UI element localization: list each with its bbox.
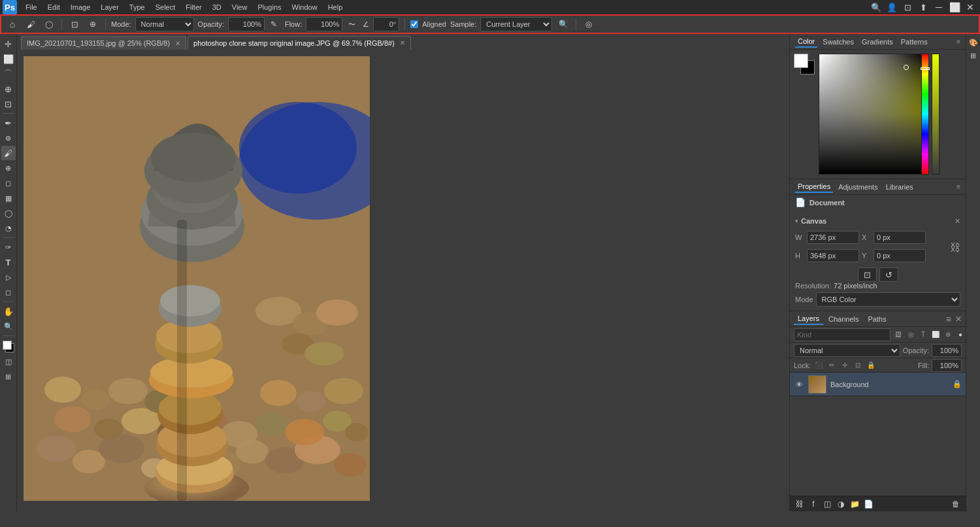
clone-stamp-tool[interactable]: ⊕ (1, 161, 16, 175)
mode-select[interactable]: Normal (135, 17, 194, 31)
brush-preset-btn[interactable]: 🖌 (24, 17, 38, 31)
aligned-checkbox[interactable] (410, 20, 418, 28)
add-adjustment-btn[interactable]: ◑ (835, 498, 847, 510)
dodge-tool[interactable]: ◔ (1, 221, 16, 235)
libraries-tab[interactable]: Libraries (883, 182, 916, 192)
gradient-tool[interactable]: ▦ (1, 191, 16, 205)
share-btn[interactable]: ⬆ (916, 0, 930, 14)
color-spectrum[interactable] (819, 54, 926, 175)
search-btn[interactable]: 🔍 (869, 0, 883, 14)
close-btn[interactable]: ✕ (963, 0, 977, 14)
hand-tool[interactable]: ✋ (1, 304, 16, 318)
minimize-btn[interactable]: ─ (932, 0, 946, 14)
tab-2[interactable]: photoshop clone stamp original image.JPG… (188, 36, 411, 50)
add-group-btn[interactable]: 📁 (849, 498, 860, 510)
eraser-tool[interactable]: ◻ (1, 176, 16, 190)
height-input[interactable] (807, 249, 859, 262)
color-selector[interactable] (1, 339, 16, 354)
link-icon[interactable]: ⛓ (950, 242, 960, 254)
alpha-slider[interactable] (932, 54, 939, 175)
arrange-btn[interactable]: ⊡ (900, 0, 915, 14)
menu-select[interactable]: Select (151, 2, 180, 12)
menu-window[interactable]: Window (287, 2, 322, 12)
menu-help[interactable]: Help (323, 2, 348, 12)
properties-panel-collapse[interactable]: ≡ (956, 183, 960, 190)
lock-paint-btn[interactable]: ✏ (826, 360, 837, 371)
lock-all-btn[interactable]: 🔒 (866, 360, 876, 371)
delete-layer-btn[interactable]: 🗑 (950, 498, 962, 510)
zoom-tool[interactable]: 🔍 (1, 319, 16, 333)
layers-collapse-btn[interactable]: ✕ (955, 314, 962, 324)
blend-mode-select[interactable]: Normal (794, 344, 900, 357)
angle-input[interactable] (373, 17, 399, 31)
channels-tab[interactable]: Channels (825, 314, 862, 324)
link-layers-btn[interactable]: ⛓ (794, 498, 806, 510)
flow-input[interactable] (306, 17, 342, 31)
menu-type[interactable]: Type (125, 2, 150, 12)
pen-tool[interactable]: ✑ (1, 240, 16, 254)
sample-select[interactable]: Current Layer (480, 17, 552, 31)
brush-size-btn[interactable]: ◯ (42, 17, 56, 31)
maximize-btn[interactable]: ⬜ (947, 0, 962, 14)
menu-plugins[interactable]: Plugins (253, 2, 286, 12)
mode-select[interactable]: RGB Color (816, 292, 960, 307)
adjustments-tab[interactable]: Adjustments (836, 182, 881, 192)
menu-view[interactable]: View (227, 2, 252, 12)
lock-artboard-btn[interactable]: ⊡ (853, 360, 863, 371)
hue-slider[interactable] (921, 54, 929, 175)
brush-options-btn[interactable]: ⊡ (67, 17, 82, 31)
x-input[interactable] (874, 231, 926, 244)
canvas-section-header[interactable]: ▾ Canvas ✕ (790, 214, 966, 228)
sample-extra-btn[interactable]: 🔍 (556, 17, 570, 31)
fg-color[interactable] (3, 341, 12, 350)
opacity-input[interactable] (228, 17, 265, 31)
brush-tool[interactable]: 🖌 (1, 146, 16, 160)
lock-position-btn[interactable]: ✛ (840, 360, 850, 371)
canvas-section-close[interactable]: ✕ (955, 217, 960, 226)
fill-value[interactable] (932, 359, 962, 372)
width-input[interactable] (807, 231, 859, 244)
tab-1[interactable]: IMG_20210701_193155.jpg @ 25% (RGB/8) ✕ (21, 36, 186, 50)
tab-1-close[interactable]: ✕ (175, 40, 180, 47)
rectangular-marquee-tool[interactable]: ⬜ (1, 52, 16, 66)
filter-shape-btn[interactable]: ⬜ (930, 330, 941, 340)
layers-options-btn[interactable]: ≡ (946, 314, 951, 324)
menu-edit[interactable]: Edit (43, 2, 65, 12)
filter-text-btn[interactable]: T (918, 330, 928, 340)
move-tool[interactable]: ✛ (1, 37, 16, 51)
add-style-btn[interactable]: f (808, 498, 819, 510)
crop-tool[interactable]: ⊡ (1, 97, 16, 111)
filter-smart-btn[interactable]: ⊕ (943, 330, 953, 340)
shape-tool[interactable]: ◻ (1, 285, 16, 299)
color-panel-collapse[interactable]: ≡ (956, 38, 960, 45)
menu-image[interactable]: Image (66, 2, 95, 12)
gradients-tab[interactable]: Gradients (859, 37, 896, 47)
quick-mask-btn[interactable]: ◫ (1, 354, 16, 369)
healing-brush-tool[interactable]: ⊛ (1, 131, 16, 145)
new-layer-btn[interactable]: 📄 (862, 498, 874, 510)
lock-transparent-btn[interactable]: ⬛ (813, 360, 824, 371)
opacity-value[interactable] (932, 344, 962, 357)
menu-layer[interactable]: Layer (96, 2, 123, 12)
account-btn[interactable]: 👤 (885, 0, 899, 14)
fg-swatch[interactable] (794, 54, 808, 68)
layer-visibility[interactable]: 👁 (794, 379, 804, 390)
rotate-canvas-btn[interactable]: ↺ (879, 267, 898, 282)
smoothing-btn[interactable]: 〜 (344, 17, 359, 31)
tab-2-close[interactable]: ✕ (400, 39, 405, 46)
paths-tab[interactable]: Paths (864, 314, 890, 324)
menu-file[interactable]: File (21, 2, 42, 12)
layers-search-input[interactable] (794, 328, 890, 341)
fit-canvas-btn[interactable]: ⊡ (858, 267, 877, 282)
menu-filter[interactable]: Filter (181, 2, 206, 12)
layer-item-background[interactable]: 👁 Background 🔒 (790, 373, 966, 396)
mini-layers-btn[interactable]: ⊞ (968, 50, 979, 61)
patterns-tab[interactable]: Patterns (898, 37, 930, 47)
lasso-tool[interactable]: ⌒ (1, 67, 16, 81)
add-mask-btn[interactable]: ◫ (821, 498, 833, 510)
pressure-btn[interactable]: ◎ (581, 17, 596, 31)
color-tab[interactable]: Color (795, 36, 817, 48)
quick-select-tool[interactable]: ⊕ (1, 82, 16, 96)
screen-mode-btn[interactable]: ⊞ (1, 369, 16, 384)
mini-color-btn[interactable]: 🎨 (968, 37, 979, 48)
